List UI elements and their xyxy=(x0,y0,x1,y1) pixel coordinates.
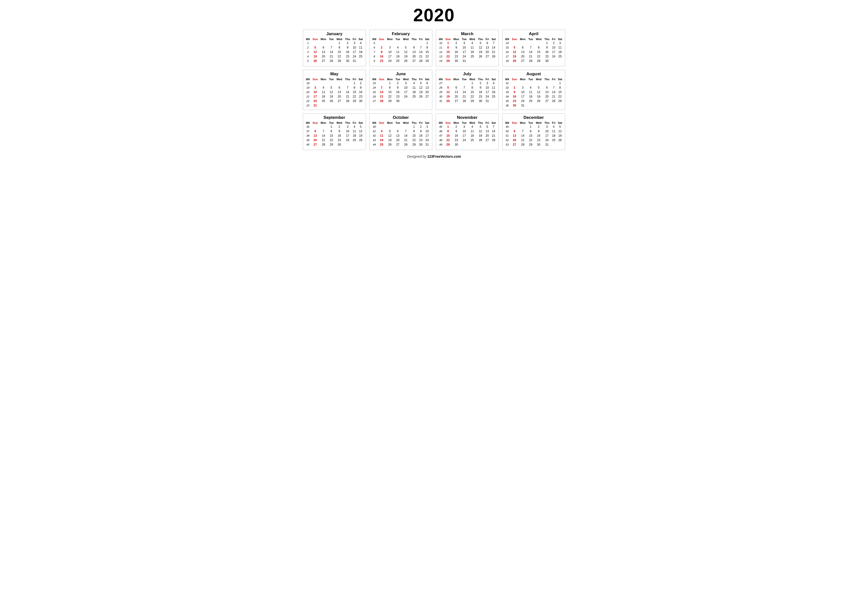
footer-brand: 123FreeVectors.com xyxy=(427,154,461,159)
month-title: April xyxy=(504,31,564,36)
month-block-january: JanuaryWkSunMonTueWedThuFriSat1123425678… xyxy=(303,30,366,66)
month-block-august: AugustWkSunMonTueWedThuFriSat31132234567… xyxy=(502,70,566,110)
month-title: January xyxy=(305,31,364,36)
month-title: November xyxy=(437,115,497,120)
month-block-april: AprilWkSunMonTueWedThuFriSat141231556789… xyxy=(502,30,566,66)
month-title: October xyxy=(371,115,431,120)
footer: Designed by 123FreeVectors.com xyxy=(303,154,565,159)
month-title: February xyxy=(371,31,431,36)
month-title: June xyxy=(371,72,431,76)
month-title: May xyxy=(305,72,364,76)
month-title: August xyxy=(504,72,564,76)
month-block-july: JulyWkSunMonTueWedThuFriSat2712342856789… xyxy=(436,70,499,110)
year-title: 2020 xyxy=(303,5,565,25)
footer-prefix: Designed by xyxy=(407,154,426,159)
month-block-may: MayWkSunMonTueWedThuFriSat18121934567892… xyxy=(303,70,366,110)
month-block-november: NovemberWkSunMonTueWedThuFriSat451234567… xyxy=(436,113,499,150)
month-block-september: SeptemberWkSunMonTueWedThuFriSat36123453… xyxy=(303,113,366,150)
month-block-february: FebruaryWkSunMonTueWedThuFriSat516234567… xyxy=(369,30,432,66)
month-title: July xyxy=(437,72,497,76)
month-block-june: JuneWkSunMonTueWedThuFriSat2312345624789… xyxy=(369,70,432,110)
month-block-december: DecemberWkSunMonTueWedThuFriSat491234550… xyxy=(502,113,566,150)
month-title: December xyxy=(504,115,564,120)
month-title: March xyxy=(437,31,497,36)
month-title: September xyxy=(305,115,364,120)
calendar-grid: JanuaryWkSunMonTueWedThuFriSat1123425678… xyxy=(303,30,565,150)
month-block-march: MarchWkSunMonTueWedThuFriSat101234567118… xyxy=(436,30,499,66)
month-block-october: OctoberWkSunMonTueWedThuFriSat4012341456… xyxy=(369,113,432,150)
